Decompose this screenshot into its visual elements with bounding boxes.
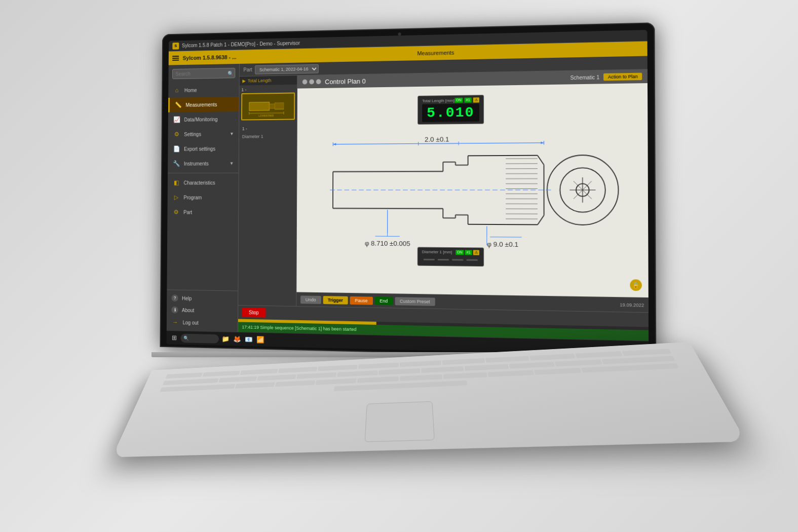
sidebar-label-part: Part <box>183 209 192 215</box>
taskbar-mail-icon[interactable]: 📧 <box>244 334 253 345</box>
export-icon: 📄 <box>172 145 180 153</box>
diam-badge-on: ON <box>455 250 464 255</box>
measurement-thumbnail[interactable]: LZ3490678965 <box>241 93 295 121</box>
left-panel: ▶ Total Length 1 - <box>238 75 297 306</box>
sidebar-label-settings: Settings <box>184 131 201 137</box>
header-section-title: Measurements <box>417 50 454 56</box>
svg-rect-0 <box>249 102 269 111</box>
diameter-display: Diameter 1 [mm] ON #1 ⚠ <box>417 247 484 267</box>
stop-button[interactable]: Stop <box>242 308 265 318</box>
total-length-display: Total Length [mm] ON #1 ⚠ 5 <box>417 95 483 125</box>
meas-header: Total Length [mm] ON #1 ⚠ <box>422 97 479 103</box>
sidebar-footer: ? Help ℹ About → Log out <box>166 289 238 332</box>
sidebar-label-help: Help <box>182 295 192 301</box>
sidebar-item-settings[interactable]: ⚙ Settings ▼ <box>168 126 239 141</box>
diameter-display-label: Diameter 1 [mm] <box>422 250 452 255</box>
part-label: Part <box>243 67 252 72</box>
lock-icon[interactable]: 🔒 <box>630 279 642 291</box>
sidebar-label-instruments: Instruments <box>183 161 208 166</box>
windows-start-icon[interactable]: ⊞ <box>169 333 179 343</box>
sidebar-item-instruments[interactable]: 🔧 Instruments ▼ <box>168 156 239 171</box>
custom-preset-button[interactable]: Custom Preset <box>395 297 435 306</box>
sidebar-item-about[interactable]: ℹ About <box>166 304 237 317</box>
help-icon: ? <box>171 294 178 301</box>
svg-line-59 <box>418 143 459 144</box>
taskbar-wifi-icon[interactable]: 📶 <box>255 334 265 345</box>
sidebar-item-part[interactable]: ⚙ Part <box>167 205 238 220</box>
sidebar-item-logout[interactable]: → Log out <box>166 316 237 330</box>
panel-header-label: Total Length <box>247 78 271 84</box>
end-button[interactable]: End <box>374 296 393 305</box>
sidebar-item-help[interactable]: ? Help <box>167 292 238 305</box>
hamburger-menu[interactable] <box>172 56 179 61</box>
home-icon: ⌂ <box>173 86 180 94</box>
instruments-arrow-icon: ▼ <box>229 161 233 166</box>
schematic-label: Schematic 1 <box>570 74 599 81</box>
sidebar-item-export[interactable]: 📄 Export settings <box>168 141 239 156</box>
sidebar: 🔍 ⌂ Home 📏 Measurements <box>166 64 239 332</box>
diameter-label-side: Diameter 1 <box>241 133 294 140</box>
trackpad[interactable] <box>364 401 434 442</box>
sidebar-item-home[interactable]: ⌂ Home <box>168 82 239 98</box>
title-bar-text: Sylcom 1.5.8 Patch 1 - DEMO[Pro] - Demo … <box>181 41 299 49</box>
content-area: Part Schematic 1, 2022-04-16 <box>238 56 648 340</box>
taskbar-search-icon: 🔍 <box>183 335 188 340</box>
sidebar-item-program[interactable]: ▷ Program <box>167 190 238 205</box>
thumbnail-svg: LZ3490678965 <box>242 94 293 120</box>
sidebar-item-characteristics[interactable]: ◧ Characteristics <box>167 175 238 190</box>
meas-badges: ON #1 ⚠ <box>454 97 479 103</box>
measurement-list: 1 - <box>238 85 297 306</box>
trigger-button[interactable]: Trigger <box>323 296 348 305</box>
about-icon: ℹ <box>171 307 178 314</box>
measurement-item-number: 1 - <box>241 87 295 92</box>
measurement-sublabel <box>241 121 295 121</box>
laptop-keyboard-area <box>112 342 746 458</box>
instruments-icon: 🔧 <box>172 160 180 168</box>
toolbar-spacer <box>437 301 617 305</box>
pause-button[interactable]: Pause <box>350 296 372 305</box>
sidebar-label-home: Home <box>184 87 197 93</box>
sidebar-label-export: Export settings <box>184 146 215 151</box>
part-icon: ⚙ <box>172 208 179 216</box>
panel-header: ▶ Total Length <box>239 75 297 85</box>
badge-on: ON <box>454 98 463 103</box>
taskbar-search[interactable]: 🔍 <box>180 333 218 343</box>
list-item[interactable]: 1 - <box>241 87 295 121</box>
close-button[interactable] <box>316 79 321 84</box>
sidebar-item-measurements[interactable]: 📏 Measurements <box>168 97 239 112</box>
panel-arrow-icon: ▶ <box>242 79 246 84</box>
settings-arrow-icon: ▼ <box>230 131 234 136</box>
date-label: 19.09.2022 <box>620 302 644 308</box>
measurement-row-1: 1 - <box>241 124 294 133</box>
schematic-panel: Control Plan 0 Schematic 1 Action to Pla… <box>296 69 649 312</box>
sidebar-item-data-monitoring[interactable]: 📈 Data/Monitoring <box>168 111 239 127</box>
nav-divider-1 <box>168 173 239 173</box>
undo-button[interactable]: Undo <box>300 295 321 304</box>
sidebar-label-data-monitoring: Data/Monitoring <box>184 117 217 122</box>
taskbar-browser-icon[interactable]: 🦊 <box>232 334 242 344</box>
svg-text:φ 9.0 ±0.1: φ 9.0 ±0.1 <box>486 240 518 248</box>
svg-line-7 <box>249 113 283 113</box>
app-icon: S <box>172 43 179 50</box>
app-screen: S Sylcom 1.5.8 Patch 1 - DEMO[Pro] - Dem… <box>166 30 649 356</box>
program-icon: ▷ <box>172 194 179 201</box>
action-to-plan-button[interactable]: Action to Plan <box>603 73 642 81</box>
maximize-button[interactable] <box>309 79 314 84</box>
svg-line-14 <box>332 208 442 209</box>
dash-1 <box>423 259 434 260</box>
search-box[interactable]: 🔍 <box>172 68 235 79</box>
part-selector[interactable]: Schematic 1, 2022-04-16 <box>255 64 319 74</box>
svg-text:φ 8.710 ±0.005: φ 8.710 ±0.005 <box>364 239 410 247</box>
svg-text:2.0 ±0.1: 2.0 ±0.1 <box>424 135 449 143</box>
total-length-label: Total Length [mm] <box>422 98 454 103</box>
taskbar-folder-icon[interactable]: 📁 <box>220 334 230 344</box>
status-text: 17:41:19 Simple sequence [Schematic 1] h… <box>242 325 356 332</box>
header-app-title: Sylcom 1.5.8.9638 - ... <box>182 54 236 61</box>
minimize-button[interactable] <box>302 80 307 85</box>
diam-badge-warn: ⚠ <box>473 250 479 255</box>
window-controls <box>302 79 321 84</box>
search-input[interactable] <box>172 68 235 79</box>
sidebar-label-program: Program <box>183 195 202 200</box>
total-length-value: 5.010 <box>422 103 479 122</box>
search-submit-button[interactable]: 🔍 <box>227 70 233 76</box>
